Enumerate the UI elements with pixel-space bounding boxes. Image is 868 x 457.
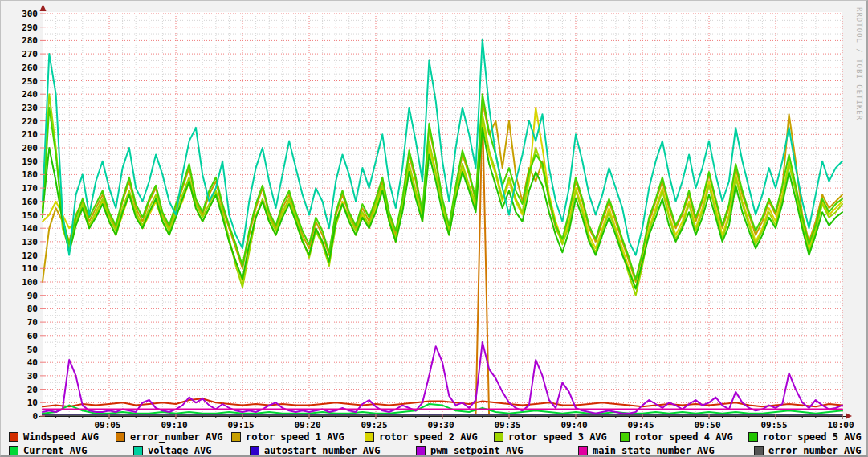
x-axis-label: 09:45 xyxy=(627,420,654,430)
x-axis-label: 09:40 xyxy=(560,420,587,430)
y-axis-label: 80 xyxy=(27,304,38,314)
y-axis-label: 290 xyxy=(22,22,38,33)
y-axis-label: 180 xyxy=(22,169,38,180)
y-axis-label: 240 xyxy=(22,89,38,100)
x-axis-labels: 09:0509:1009:1509:2009:2509:3009:3509:40… xyxy=(94,420,854,430)
x-axis-label: 09:30 xyxy=(427,420,454,430)
y-axis-labels: 0102030405060708090100110120130140150160… xyxy=(22,9,38,422)
y-axis-label: 100 xyxy=(22,277,38,288)
y-axis-label: 150 xyxy=(22,210,38,221)
y-axis-label: 0 xyxy=(32,411,38,422)
y-axis-label: 130 xyxy=(22,237,38,247)
y-axis-label: 190 xyxy=(22,157,38,167)
watermark: RRDTOOL / TOBI OETIKER xyxy=(855,7,863,120)
rrdtool-graph: 0102030405060708090100110120130140150160… xyxy=(0,0,868,457)
y-axis-label: 20 xyxy=(27,385,38,395)
y-axis-label: 160 xyxy=(22,197,38,207)
y-axis-label: 200 xyxy=(22,143,38,153)
y-axis-label: 40 xyxy=(27,357,38,368)
y-axis-label: 50 xyxy=(27,345,38,355)
y-axis-label: 250 xyxy=(22,76,38,87)
y-axis-label: 140 xyxy=(22,223,38,234)
y-axis-label: 30 xyxy=(27,371,38,382)
y-axis-label: 300 xyxy=(22,9,38,19)
x-axis-label: 09:05 xyxy=(94,420,120,430)
y-axis-label: 230 xyxy=(22,103,38,113)
y-axis-label: 170 xyxy=(22,183,38,194)
x-axis-label: 09:55 xyxy=(760,420,787,430)
x-axis-label: 10:00 xyxy=(827,420,854,430)
y-axis-label: 270 xyxy=(22,49,38,59)
y-axis-label: 90 xyxy=(27,291,38,301)
y-axis-label: 10 xyxy=(27,398,38,408)
y-axis-label: 120 xyxy=(22,251,38,261)
x-axis-label: 09:10 xyxy=(161,420,187,430)
chart-canvas: 0102030405060708090100110120130140150160… xyxy=(1,1,868,457)
y-axis-label: 210 xyxy=(22,129,38,140)
x-axis-label: 09:20 xyxy=(294,420,320,430)
x-axis-arrow xyxy=(846,413,852,419)
x-axis-label: 09:35 xyxy=(494,420,520,430)
y-axis-label: 280 xyxy=(22,35,38,46)
y-axis-label: 70 xyxy=(27,317,38,328)
x-axis-label: 09:25 xyxy=(361,420,387,430)
y-axis-label: 110 xyxy=(22,263,38,274)
y-axis-label: 260 xyxy=(22,63,38,73)
y-axis-label: 220 xyxy=(22,116,38,127)
x-axis-label: 09:15 xyxy=(227,420,254,430)
x-axis-label: 09:50 xyxy=(694,420,720,430)
y-axis-label: 60 xyxy=(27,331,38,341)
y-axis-arrow xyxy=(40,4,47,11)
